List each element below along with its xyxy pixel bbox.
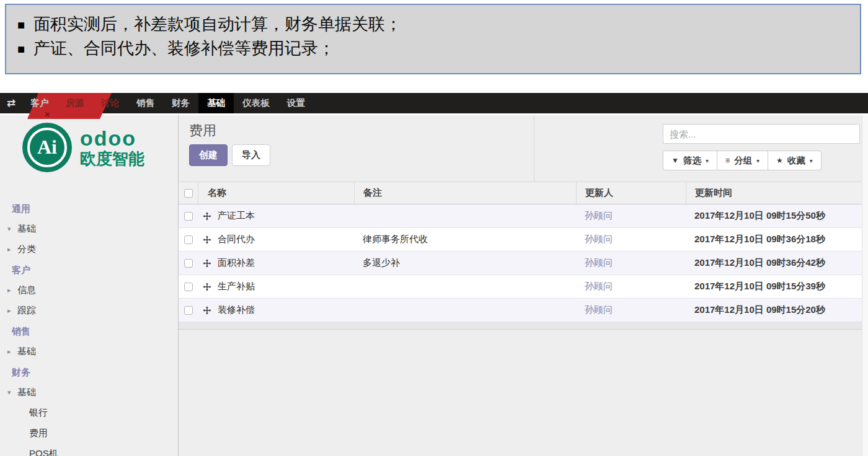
sidebar-menu: 通用 ▾ 基础 ▸ 分类 客户 ▸ 信息 ▸ 跟踪 销售 <box>0 198 178 456</box>
expense-updated-time: 2017年12月10日 09时15分50秒 <box>686 204 862 227</box>
panel-divider <box>534 115 534 182</box>
brand-logo-icon: Ai <box>22 123 72 172</box>
expense-note <box>354 275 576 298</box>
table-row[interactable]: 装修补偿 孙顾问 2017年12月10日 09时15分20秒 <box>179 299 862 322</box>
expense-updater: 孙顾问 <box>576 228 686 251</box>
expense-updater: 孙顾问 <box>576 204 686 227</box>
chevron-right-icon: ▸ <box>7 348 17 356</box>
create-button[interactable]: 创建 <box>189 144 228 166</box>
sidebar-item-expense[interactable]: 费用 <box>29 423 178 444</box>
chevron-down-icon: ▾ <box>810 157 813 164</box>
brand-text: odoo 欧度智能 <box>80 128 144 168</box>
nav-item-dashboard[interactable]: 仪表板 <box>234 93 278 113</box>
favorites-button[interactable]: ★ 收藏 ▾ <box>768 151 822 170</box>
column-header-name[interactable]: 名称 <box>198 182 354 204</box>
table-row[interactable]: 生产补贴 孙顾问 2017年12月10日 09时15分39秒 <box>179 275 862 299</box>
nav-item-customers[interactable]: 客户 <box>22 93 57 113</box>
search-input[interactable] <box>663 124 860 144</box>
select-all-checkbox[interactable] <box>184 189 193 198</box>
table-header-row: 名称 备注 更新人 更新时间 <box>179 182 862 204</box>
sidebar-item-label: 基础 <box>17 387 36 398</box>
top-navbar: × ⇄ 客户 房源 讨论 销售 财务 基础 仪表板 设置 <box>0 93 868 113</box>
group-by-icon: ≡ <box>725 156 730 165</box>
nav-item-settings[interactable]: 设置 <box>278 93 314 113</box>
expense-note <box>354 299 576 322</box>
drag-handle-icon[interactable] <box>203 235 211 244</box>
nav-item-finance[interactable]: 财务 <box>163 93 198 113</box>
brand-logo: Ai odoo 欧度智能 <box>0 115 178 172</box>
column-header-updater[interactable]: 更新人 <box>576 182 686 204</box>
bullet-square-icon: ■ <box>17 16 25 34</box>
action-buttons: 创建 导入 <box>189 144 270 166</box>
sidebar-item-customer-track[interactable]: ▸ 跟踪 <box>0 300 178 321</box>
expense-name: 装修补偿 <box>218 304 255 316</box>
chevron-right-icon: ▸ <box>7 307 17 315</box>
expense-updater: 孙顾问 <box>576 275 686 298</box>
sidebar-item-customer-info[interactable]: ▸ 信息 <box>0 280 178 300</box>
group-by-button[interactable]: ≡ 分组 ▾ <box>717 151 768 170</box>
brand-subtitle: 欧度智能 <box>80 151 144 167</box>
table-row[interactable]: 合同代办 律师事务所代收 孙顾问 2017年12月10日 09时36分18秒 <box>179 228 862 252</box>
brand-logo-inner: Ai <box>27 128 67 167</box>
scrollbar-gutter[interactable] <box>862 115 868 456</box>
sidebar-item-bank[interactable]: 银行 <box>29 403 178 423</box>
sidebar-item-pos[interactable]: POS机 <box>29 444 178 456</box>
sidebar-item-sales-base[interactable]: ▸ 基础 <box>0 341 178 362</box>
bullet-square-icon: ■ <box>17 40 25 58</box>
drag-handle-icon[interactable] <box>203 212 211 221</box>
sidebar-submenu-finance: 银行 费用 POS机 <box>0 403 178 456</box>
sidebar-item-label: 信息 <box>17 284 36 296</box>
column-header-note[interactable]: 备注 <box>354 182 576 204</box>
sidebar-item-label: 基础 <box>17 223 36 235</box>
sidebar: Ai odoo 欧度智能 通用 ▾ 基础 ▸ 分类 客户 <box>0 115 179 456</box>
drag-handle-icon[interactable] <box>203 306 211 315</box>
feature-callout-box: ■ 面积实测后，补差款项自动计算，财务单据关联； ■ 产证、合同代办、装修补偿等… <box>5 4 861 74</box>
sidebar-item-finance-base[interactable]: ▾ 基础 <box>0 382 178 403</box>
row-checkbox[interactable] <box>184 306 193 315</box>
main-panel: 费用 创建 导入 ▼ 筛选 ▾ ≡ 分组 ▾ ★ <box>179 115 868 456</box>
filters-button[interactable]: ▼ 筛选 ▾ <box>663 151 717 170</box>
table-row[interactable]: 产证工本 孙顾问 2017年12月10日 09时15分50秒 <box>179 204 862 228</box>
chevron-right-icon: ▸ <box>7 286 17 294</box>
expense-note: 律师事务所代收 <box>354 228 576 251</box>
sidebar-item-label: 基础 <box>17 346 36 357</box>
brand-wordmark: odoo <box>80 128 144 150</box>
expense-name: 生产补贴 <box>218 281 255 292</box>
table-footer-strip <box>179 322 862 330</box>
row-checkbox[interactable] <box>184 283 193 291</box>
row-checkbox[interactable] <box>184 212 193 221</box>
callout-text: 面积实测后，补差款项自动计算，财务单据关联； <box>33 12 402 37</box>
drag-handle-icon[interactable] <box>203 259 211 268</box>
table-row[interactable]: 面积补差 多退少补 孙顾问 2017年12月10日 09时36分42秒 <box>179 252 862 275</box>
nav-item-properties[interactable]: 房源 <box>57 93 92 113</box>
drag-handle-icon[interactable] <box>203 283 211 291</box>
sidebar-section-sales: 销售 <box>0 321 178 341</box>
expense-updated-time: 2017年12月10日 09时15分20秒 <box>686 299 862 322</box>
chevron-right-icon: ▸ <box>7 245 17 253</box>
chevron-down-icon: ▾ <box>706 157 709 164</box>
screen: ■ 面积实测后，补差款项自动计算，财务单据关联； ■ 产证、合同代办、装修补偿等… <box>0 0 868 456</box>
nav-item-discuss[interactable]: 讨论 <box>92 93 128 113</box>
callout-line: ■ 产证、合同代办、装修补偿等费用记录； <box>17 37 854 61</box>
sidebar-item-general-category[interactable]: ▸ 分类 <box>0 239 178 260</box>
column-header-updated[interactable]: 更新时间 <box>686 182 862 204</box>
expense-note <box>354 204 576 227</box>
apps-switcher-icon[interactable]: ⇄ <box>0 93 22 113</box>
expense-name: 合同代办 <box>218 234 255 245</box>
filter-funnel-icon: ▼ <box>671 156 679 165</box>
sidebar-item-label: 分类 <box>17 243 36 255</box>
expense-updater: 孙顾问 <box>576 252 686 274</box>
expense-updated-time: 2017年12月10日 09时36分42秒 <box>686 252 862 274</box>
sidebar-item-general-base[interactable]: ▾ 基础 <box>0 219 178 239</box>
import-button[interactable]: 导入 <box>232 144 270 166</box>
sidebar-item-label: 跟踪 <box>17 305 36 317</box>
row-checkbox[interactable] <box>184 259 193 268</box>
row-checkbox[interactable] <box>184 235 193 244</box>
expense-updater: 孙顾问 <box>576 299 686 322</box>
page-title: 费用 <box>189 121 216 140</box>
expense-updated-time: 2017年12月10日 09时36分18秒 <box>686 228 862 251</box>
nav-item-sales[interactable]: 销售 <box>128 93 163 113</box>
nav-item-base-active[interactable]: 基础 <box>198 93 234 113</box>
favorites-label: 收藏 <box>787 155 805 167</box>
callout-text: 产证、合同代办、装修补偿等费用记录； <box>33 37 335 61</box>
